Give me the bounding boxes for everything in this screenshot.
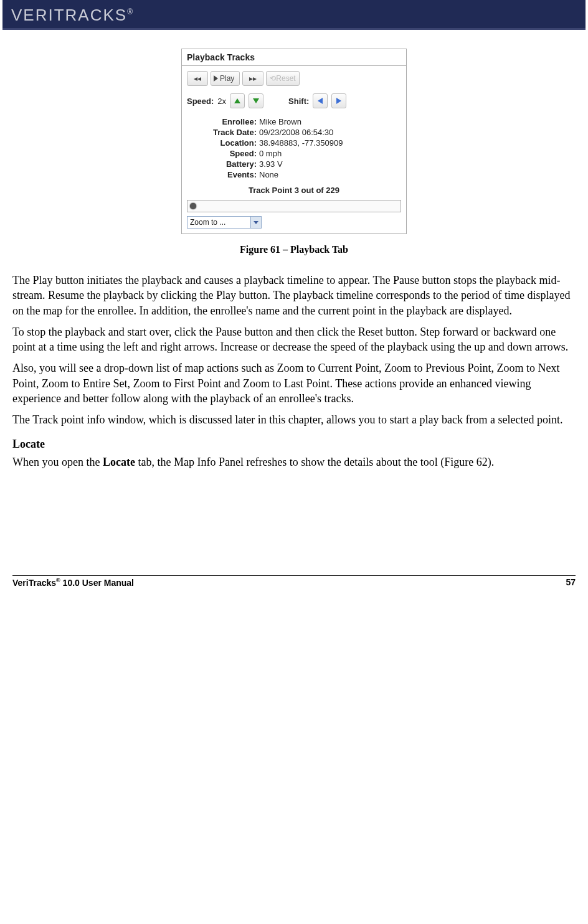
enrollee-label: Enrollee: bbox=[189, 117, 259, 126]
paragraph-3: Also, you will see a drop-down list of m… bbox=[12, 361, 576, 406]
rewind-button[interactable]: ◂◂ bbox=[187, 71, 208, 86]
speed-field-label: Speed: bbox=[189, 149, 259, 158]
playback-panel: Playback Tracks ◂◂ Play ▸▸ ⟲ Reset Speed… bbox=[181, 49, 407, 234]
detail-fields: Enrollee:Mike Brown Track Date:09/23/200… bbox=[189, 117, 401, 179]
reset-icon: ⟲ bbox=[270, 74, 276, 83]
footer-manual: 10.0 User Manual bbox=[60, 578, 134, 588]
speed-value: 2x bbox=[217, 97, 226, 106]
enrollee-value: Mike Brown bbox=[259, 117, 301, 126]
footer-left: VeriTracks® 10.0 User Manual bbox=[12, 577, 134, 588]
reset-button[interactable]: ⟲ Reset bbox=[266, 71, 299, 86]
locate-heading: Locate bbox=[12, 438, 576, 451]
locate-text-c: tab, the Map Info Panel refreshes to sho… bbox=[135, 456, 494, 468]
trackdate-value: 09/23/2008 06:54:30 bbox=[259, 128, 333, 137]
arrow-up-icon bbox=[234, 98, 240, 103]
zoom-dropdown-label: Zoom to ... bbox=[190, 218, 225, 227]
play-icon bbox=[214, 75, 218, 82]
trackpoint-status: Track Point 3 out of 229 bbox=[187, 186, 401, 195]
rewind-icon: ◂◂ bbox=[194, 74, 201, 83]
battery-label: Battery: bbox=[189, 159, 259, 169]
arrow-right-icon bbox=[336, 98, 341, 104]
paragraph-1: The Play button initiates the playback a… bbox=[12, 273, 576, 318]
progress-bar[interactable] bbox=[187, 200, 401, 212]
figure-caption: Figure 61 – Playback Tab bbox=[12, 244, 576, 255]
playback-toolbar: ◂◂ Play ▸▸ ⟲ Reset bbox=[187, 71, 401, 86]
location-value: 38.948883, -77.350909 bbox=[259, 138, 343, 148]
footer-product: VeriTracks bbox=[12, 578, 56, 588]
body-text: The Play button initiates the playback a… bbox=[12, 273, 576, 469]
events-value: None bbox=[259, 170, 278, 179]
forward-icon: ▸▸ bbox=[249, 74, 257, 83]
paragraph-4: The Track point info window, which is di… bbox=[12, 412, 576, 427]
page-footer: VeriTracks® 10.0 User Manual 57 bbox=[12, 575, 576, 588]
footer-reg-icon: ® bbox=[56, 577, 60, 583]
speed-label: Speed: bbox=[187, 97, 214, 106]
progress-handle-icon[interactable] bbox=[190, 203, 196, 209]
locate-paragraph: When you open the Locate tab, the Map In… bbox=[12, 455, 576, 469]
panel-title: Playback Tracks bbox=[182, 49, 406, 66]
speed-field-value: 0 mph bbox=[259, 149, 282, 158]
chevron-down-icon bbox=[250, 217, 261, 228]
play-button[interactable]: Play bbox=[211, 71, 240, 86]
trackdate-label: Track Date: bbox=[189, 128, 259, 137]
shift-left-button[interactable] bbox=[313, 93, 328, 108]
locate-text-a: When you open the bbox=[12, 456, 103, 468]
locate-text-bold: Locate bbox=[103, 456, 135, 468]
events-label: Events: bbox=[189, 170, 259, 179]
brand-header: VERITRACKS® bbox=[2, 0, 586, 30]
forward-button[interactable]: ▸▸ bbox=[242, 71, 263, 86]
brand-reg: ® bbox=[127, 7, 133, 16]
speed-down-button[interactable] bbox=[249, 93, 263, 108]
reset-label: Reset bbox=[276, 74, 295, 83]
speed-up-button[interactable] bbox=[230, 93, 245, 108]
shift-right-button[interactable] bbox=[331, 93, 346, 108]
arrow-down-icon bbox=[253, 98, 259, 103]
location-label: Location: bbox=[189, 138, 259, 148]
arrow-left-icon bbox=[318, 98, 323, 104]
play-label: Play bbox=[220, 74, 234, 83]
speed-shift-row: Speed: 2x Shift: bbox=[187, 93, 401, 108]
shift-label: Shift: bbox=[288, 97, 309, 106]
brand-name: VERITRACKS bbox=[11, 6, 127, 24]
battery-value: 3.93 V bbox=[259, 159, 283, 169]
paragraph-2: To stop the playback and start over, cli… bbox=[12, 324, 576, 355]
footer-page-number: 57 bbox=[566, 577, 576, 588]
zoom-dropdown[interactable]: Zoom to ... bbox=[187, 216, 262, 229]
